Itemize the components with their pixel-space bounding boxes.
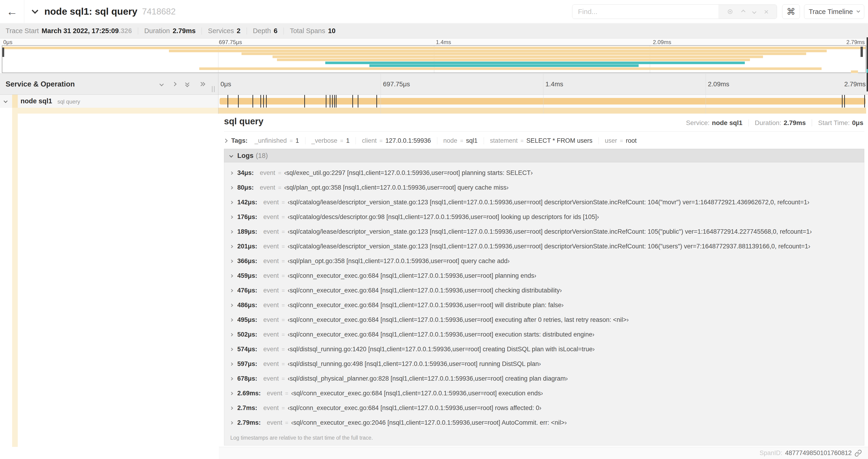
tag-value: sql1: [466, 137, 477, 144]
log-timestamp: 2.69ms:: [237, 390, 261, 397]
chevron-down-icon[interactable]: [32, 7, 38, 13]
log-key: event: [267, 419, 282, 426]
log-timestamp: 459μs:: [237, 272, 257, 280]
stat-value: 10: [328, 27, 336, 35]
log-value: ‹sql/conn_executor_exec.go:684 [nsql1,cl…: [288, 331, 594, 338]
log-equals: =: [282, 287, 285, 294]
minimap-span-bar: [273, 56, 763, 58]
log-entry-row[interactable]: 189μs:event=‹sql/catalog/lease/descripto…: [224, 224, 864, 239]
keyboard-shortcuts-button[interactable]: ⌘: [782, 4, 800, 19]
tag-item[interactable]: node=sql1: [437, 137, 484, 144]
log-entry-row[interactable]: 80μs:event=‹sql/plan_opt.go:358 [nsql1,c…: [224, 180, 864, 195]
ruler-tick-label: 2.09ms: [708, 80, 730, 88]
find-next-icon[interactable]: [752, 9, 756, 14]
log-equals: =: [282, 346, 285, 353]
column-resizer[interactable]: [212, 86, 215, 92]
log-entry-row[interactable]: 366μs:event=‹sql/plan_opt.go:358 [nsql1,…: [224, 254, 864, 268]
tag-equals: =: [379, 138, 382, 144]
log-entry-row[interactable]: 597μs:event=‹sql/distsql_running.go:498 …: [224, 357, 864, 371]
log-marker-tick: [238, 95, 239, 107]
log-entry-row[interactable]: 495μs:event=‹sql/conn_executor_exec.go:6…: [224, 313, 864, 327]
stat-label: Trace Start: [6, 27, 39, 35]
tag-value: 1: [296, 137, 299, 144]
log-equals: =: [285, 420, 288, 426]
log-entry-row[interactable]: 2.7ms:event=‹sql/conn_executor_exec.go:6…: [224, 401, 864, 415]
logs-list: 34μs:event=‹sql/exec_util.go:2297 [nsql1…: [224, 162, 864, 446]
back-button[interactable]: ←: [0, 0, 24, 23]
log-equals: =: [282, 331, 285, 338]
log-marker-tick: [864, 95, 865, 107]
log-entry-row[interactable]: 476μs:event=‹sql/conn_executor_exec.go:6…: [224, 283, 864, 298]
log-key: event: [260, 169, 275, 176]
tag-item[interactable]: statement=SELECT * FROM users: [484, 137, 599, 144]
chevron-right-icon: [230, 406, 233, 409]
log-timestamp: 476μs:: [237, 287, 257, 294]
expand-one-icon[interactable]: [172, 82, 177, 86]
find-input[interactable]: [572, 5, 718, 19]
clear-icon[interactable]: ×: [764, 8, 769, 15]
log-timestamp: 2.7ms:: [237, 404, 257, 412]
log-marker-tick: [227, 95, 228, 107]
minimap-span-bar: [325, 62, 745, 64]
find-prev-icon[interactable]: [741, 9, 745, 14]
logs-count: (18): [256, 152, 268, 160]
view-selector-button[interactable]: Trace Timeline: [804, 4, 864, 19]
chevron-right-icon: [230, 318, 233, 321]
timeline-minimap: 0μs697.75μs1.4ms2.09ms2.79ms: [0, 38, 868, 73]
expand-all-icon[interactable]: [199, 82, 205, 86]
log-key: event: [264, 272, 279, 280]
stat-value: 6: [274, 27, 277, 35]
column-divider[interactable]: [218, 73, 218, 114]
log-entry-row[interactable]: 678μs:event=‹sql/distsql_physical_planne…: [224, 371, 864, 386]
log-key: event: [264, 331, 279, 338]
log-entry-row[interactable]: 176μs:event=‹sql/catalog/descs/descripto…: [224, 210, 864, 224]
collapse-one-icon[interactable]: [159, 82, 163, 86]
log-entry-row[interactable]: 201μs:event=‹sql/catalog/lease/descripto…: [224, 239, 864, 254]
log-value: ‹sql/distsql_physical_planner.go:828 [ns…: [288, 375, 568, 382]
link-icon[interactable]: [855, 450, 862, 457]
page-title: node sql1: sql query: [44, 6, 137, 17]
crosshair-icon[interactable]: [726, 8, 734, 15]
tag-item[interactable]: client=127.0.0.1:59936: [356, 137, 437, 144]
collapse-all-icon[interactable]: [186, 81, 190, 87]
minimap-tick-label: 1.4ms: [436, 39, 451, 45]
log-equals: =: [285, 390, 288, 397]
log-entry-row[interactable]: 459μs:event=‹sql/conn_executor_exec.go:6…: [224, 268, 864, 283]
tag-item[interactable]: _unfinished=1: [248, 137, 305, 144]
chevron-right-icon: [230, 230, 233, 233]
tag-item[interactable]: _verbose=1: [305, 137, 356, 144]
chevron-down-icon: [229, 154, 233, 158]
log-key: event: [264, 316, 279, 324]
meta-value: 0μs: [852, 119, 863, 127]
log-entry-row[interactable]: 574μs:event=‹sql/distsql_running.go:1420…: [224, 342, 864, 357]
chevron-right-icon: [230, 186, 233, 189]
tag-equals: =: [620, 138, 623, 144]
span-duration-bar[interactable]: [220, 98, 866, 104]
log-entry-row[interactable]: 2.69ms:event=‹sql/conn_executor_exec.go:…: [224, 386, 864, 401]
tag-key: node: [443, 137, 457, 144]
log-timestamp: 34μs:: [237, 169, 254, 176]
minimap-canvas[interactable]: [2, 45, 866, 73]
log-value: ‹sql/catalog/lease/descriptor_version_st…: [288, 199, 809, 206]
timeline-gridline: [380, 73, 381, 113]
minimap-right-scrubber[interactable]: [861, 47, 863, 57]
log-entry-row[interactable]: 2.79ms:event=‹sql/conn_executor_exec.go:…: [224, 415, 864, 430]
minimap-span-bar: [199, 67, 822, 70]
log-equals: =: [278, 185, 281, 191]
span-name-cell[interactable]: node sql1 sql query: [0, 95, 218, 108]
log-marker-tick: [358, 95, 359, 107]
log-entry-row[interactable]: 142μs:event=‹sql/catalog/lease/descripto…: [224, 195, 864, 210]
log-entry-row[interactable]: 502μs:event=‹sql/conn_executor_exec.go:6…: [224, 327, 864, 342]
tag-item[interactable]: user=root: [599, 137, 643, 144]
right-edge-scrubber[interactable]: [867, 37, 868, 91]
detail-row-accent-right: [218, 108, 866, 113]
log-entry-row[interactable]: 486μs:event=‹sql/conn_executor_exec.go:6…: [224, 298, 864, 313]
logs-header[interactable]: Logs (18): [224, 149, 864, 162]
chevron-down-icon[interactable]: [4, 99, 8, 103]
minimap-tick-label: 0μs: [3, 39, 12, 45]
trace-stat-item: Total Spans10: [290, 27, 336, 35]
minimap-left-scrubber[interactable]: [2, 47, 4, 57]
log-entry-row[interactable]: 34μs:event=‹sql/exec_util.go:2297 [nsql1…: [224, 166, 864, 180]
chevron-right-icon: [230, 348, 233, 351]
tags-row[interactable]: Tags: _unfinished=1_verbose=1client=127.…: [221, 134, 864, 147]
